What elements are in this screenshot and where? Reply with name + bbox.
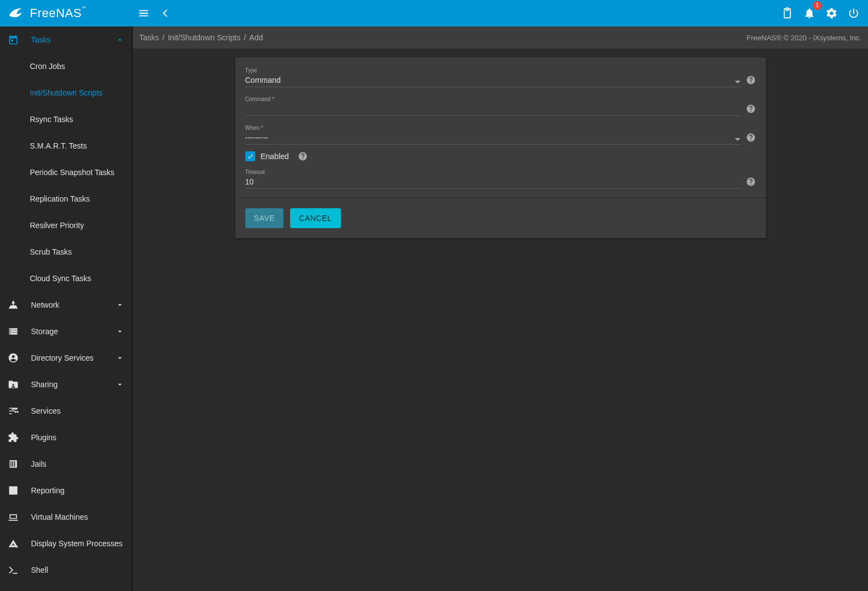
sidebar: Tasks Cron Jobs Init/Shutdown Scripts Rs… (0, 27, 133, 591)
sidebar-item-jails[interactable]: Jails (0, 451, 132, 477)
sidebar-group-network[interactable]: Network (0, 292, 132, 318)
sidebar-item-init-shutdown-scripts[interactable]: Init/Shutdown Scripts (0, 80, 132, 106)
jail-icon (8, 458, 19, 469)
laptop-icon (8, 511, 19, 523)
type-label: Type (245, 67, 741, 73)
sidebar-group-storage[interactable]: Storage (0, 318, 132, 345)
sidebar-group-sharing[interactable]: Sharing (0, 371, 132, 398)
menu-toggle-button[interactable] (133, 2, 155, 24)
when-value: --------- (245, 132, 741, 143)
topbar: FreeNAS™ 1 (0, 0, 868, 27)
sidebar-item-cron-jobs[interactable]: Cron Jobs (0, 53, 132, 80)
sidebar-item-replication-tasks[interactable]: Replication Tasks (0, 186, 132, 212)
svg-point-0 (19, 9, 20, 11)
when-select[interactable]: When * --------- (245, 123, 741, 145)
brand-name: FreeNAS™ (30, 6, 86, 20)
sidebar-collapse-button[interactable] (155, 2, 177, 24)
breadcrumb-separator: / (244, 33, 246, 42)
chevron-down-icon (115, 380, 124, 389)
type-select[interactable]: Type Command (245, 65, 741, 87)
dropdown-caret-icon (735, 81, 740, 83)
timeout-label: Timeout (245, 169, 741, 175)
storage-icon (8, 326, 19, 337)
type-value: Command (245, 75, 741, 86)
cancel-button[interactable]: CANCEL (290, 208, 340, 228)
sidebar-item-scrub-tasks[interactable]: Scrub Tasks (0, 239, 132, 265)
power-button[interactable] (843, 2, 865, 24)
sidebar-group-tasks[interactable]: Tasks (0, 27, 132, 53)
clipboard-icon (781, 7, 793, 19)
breadcrumb-item-initshutdown[interactable]: Init/Shutdown Scripts (168, 33, 241, 42)
sidebar-item-shell[interactable]: Shell (0, 557, 132, 583)
sidebar-item-rsync-tasks[interactable]: Rsync Tasks (0, 106, 132, 133)
sidebar-item-plugins[interactable]: Plugins (0, 424, 132, 451)
freenas-logo-icon (7, 3, 27, 23)
plugin-icon (8, 432, 19, 443)
hamburger-icon (138, 7, 150, 19)
breadcrumb-item-tasks[interactable]: Tasks (139, 33, 159, 42)
enabled-checkbox[interactable] (245, 151, 255, 161)
gear-icon (825, 7, 838, 19)
sidebar-item-services[interactable]: Services (0, 398, 132, 424)
sidebar-item-virtual-machines[interactable]: Virtual Machines (0, 504, 132, 530)
help-icon[interactable] (746, 133, 756, 143)
form-actions: SAVE CANCEL (235, 198, 766, 238)
brand-logo[interactable]: FreeNAS™ (0, 0, 133, 27)
sidebar-item-smart-tests[interactable]: S.M.A.R.T. Tests (0, 133, 132, 159)
sidebar-item-display-system-processes[interactable]: Display System Processes (0, 530, 132, 557)
form-card: Type Command Command * When * --------- (235, 57, 766, 238)
sidebar-item-reporting[interactable]: Reporting (0, 477, 132, 504)
chevron-down-icon (115, 300, 124, 309)
chevron-up-icon (115, 35, 124, 44)
enabled-label: Enabled (261, 152, 289, 161)
save-button[interactable]: SAVE (245, 208, 284, 228)
breadcrumb: Tasks / Init/Shutdown Scripts / Add (139, 33, 263, 42)
processes-icon (8, 538, 19, 549)
terminal-icon (8, 564, 19, 576)
directory-services-icon (8, 352, 19, 363)
tune-icon (8, 405, 19, 416)
command-input[interactable] (245, 103, 741, 114)
sidebar-item-cloud-sync-tasks[interactable]: Cloud Sync Tasks (0, 265, 132, 292)
sidebar-group-directory-services[interactable]: Directory Services (0, 345, 132, 371)
dropdown-caret-icon (735, 138, 740, 141)
settings-button[interactable] (820, 2, 843, 24)
breadcrumb-bar: Tasks / Init/Shutdown Scripts / Add Free… (133, 27, 868, 49)
field-row-command: Command * (245, 94, 756, 116)
power-icon (848, 7, 860, 19)
check-icon (246, 152, 254, 160)
field-row-enabled: Enabled (245, 151, 756, 161)
sidebar-item-periodic-snapshot-tasks[interactable]: Periodic Snapshot Tasks (0, 159, 132, 186)
timeout-input[interactable] (245, 176, 741, 187)
breadcrumb-separator: / (162, 33, 165, 42)
sidebar-group-label: Tasks (31, 35, 115, 44)
clipboard-button[interactable] (776, 2, 798, 24)
breadcrumb-item-add: Add (249, 33, 263, 42)
network-icon (8, 299, 19, 310)
help-icon[interactable] (746, 104, 756, 114)
timeout-input-wrapper[interactable]: Timeout (245, 167, 741, 189)
chevron-down-icon (115, 353, 124, 362)
help-icon[interactable] (746, 75, 756, 85)
calendar-icon (8, 34, 19, 45)
when-label: When * (245, 125, 741, 131)
sidebar-item-resilver-priority[interactable]: Resilver Priority (0, 212, 132, 239)
notifications-button[interactable]: 1 (798, 2, 820, 24)
bell-icon (803, 7, 816, 19)
command-input-wrapper[interactable]: Command * (245, 94, 741, 116)
chart-icon (8, 485, 19, 496)
chevron-left-icon (160, 7, 172, 19)
help-icon[interactable] (746, 177, 756, 187)
sidebar-subnav-tasks: Cron Jobs Init/Shutdown Scripts Rsync Ta… (0, 53, 132, 292)
command-label: Command * (245, 96, 741, 102)
field-row-when: When * --------- (245, 123, 756, 145)
field-row-type: Type Command (245, 65, 756, 87)
main-content: Type Command Command * When * --------- (133, 49, 868, 591)
copyright-text: FreeNAS® © 2020 - iXsystems, Inc. (746, 34, 861, 42)
help-icon[interactable] (298, 151, 308, 161)
field-row-timeout: Timeout (245, 167, 756, 189)
sharing-icon (8, 379, 19, 390)
notifications-badge: 1 (813, 1, 822, 10)
chevron-down-icon (115, 327, 124, 336)
